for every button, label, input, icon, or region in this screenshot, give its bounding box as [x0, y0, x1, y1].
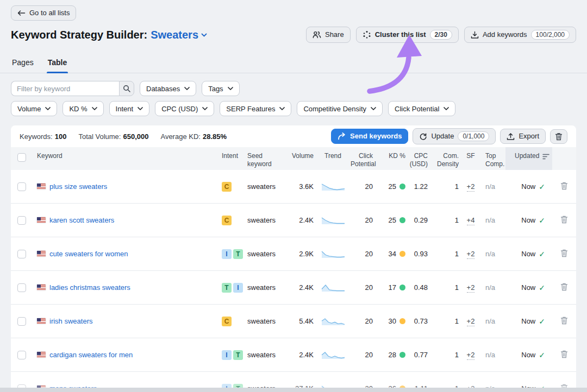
col-header-kd[interactable]: KD % — [380, 147, 408, 170]
bottom-edge-strip — [0, 388, 587, 392]
stat-keywords: Keywords:100 — [20, 132, 66, 141]
stat-average-kd: Average KD:28.85% — [160, 132, 227, 141]
serp-features-count[interactable]: +2 — [467, 250, 475, 259]
list-name-dropdown[interactable]: Sweaters — [151, 29, 207, 41]
serp-features-count[interactable]: +2 — [467, 182, 475, 192]
cpc-value: 0.93 — [408, 250, 430, 258]
send-keywords-button[interactable]: Send keywords — [331, 129, 408, 144]
intent-badge-I: I — [233, 283, 243, 293]
filter-dropdown-kd[interactable]: KD % — [63, 101, 103, 116]
row-checkbox[interactable] — [17, 216, 26, 225]
tab-pages[interactable]: Pages — [11, 55, 35, 73]
kd-value: 25 — [380, 216, 408, 224]
filter-dropdown-click-potential[interactable]: Click Potential — [388, 101, 455, 116]
delete-row-button[interactable] — [559, 248, 569, 260]
keyword-link[interactable]: karen scott sweaters — [49, 216, 114, 224]
search-button[interactable] — [119, 81, 134, 96]
trend-sparkline-chart — [321, 317, 345, 326]
export-button[interactable]: Export — [500, 129, 546, 144]
com-density-value: 1 — [430, 317, 461, 325]
trend-cell — [315, 283, 351, 292]
share-button[interactable]: Share — [306, 27, 351, 43]
delete-row-button[interactable] — [559, 349, 569, 361]
delete-row-button[interactable] — [559, 180, 569, 193]
col-header-top-comp[interactable]: Top Comp. — [480, 147, 505, 170]
col-header-com-density[interactable]: Com. Density — [430, 147, 461, 170]
row-checkbox[interactable] — [17, 250, 26, 258]
serp-features-count[interactable]: +2 — [467, 351, 475, 360]
add-keywords-button[interactable]: Add keywords 100/2,000 — [464, 27, 576, 43]
row-checkbox[interactable] — [17, 317, 26, 326]
seed-keyword-value: sweaters — [245, 216, 285, 224]
keyword-link[interactable]: ladies christmas sweaters — [49, 283, 130, 292]
chevron-down-icon — [371, 107, 376, 110]
select-all-checkbox[interactable] — [17, 153, 26, 162]
databases-dropdown[interactable]: Databases — [140, 81, 196, 96]
col-header-click-potential[interactable]: Click Potential — [351, 147, 380, 170]
col-header-cpc[interactable]: CPC (USD) — [408, 147, 430, 170]
cpc-value: 0.73 — [408, 317, 430, 325]
trash-icon — [560, 350, 568, 358]
refresh-icon — [419, 132, 427, 141]
filter-dropdown-intent[interactable]: Intent — [109, 101, 150, 116]
row-checkbox[interactable] — [17, 182, 26, 191]
keyword-link[interactable]: cardigan sweaters for men — [49, 351, 133, 359]
filter-dropdown-serp-features[interactable]: SERP Features — [220, 101, 291, 116]
filter-dropdown-competitive-density[interactable]: Competitive Density — [297, 101, 383, 116]
col-header-updated[interactable]: Updated — [505, 147, 552, 170]
download-tray-icon — [471, 31, 479, 39]
col-header-intent[interactable]: Intent — [217, 147, 245, 170]
go-to-all-lists-button[interactable]: Go to all lists — [11, 5, 76, 21]
volume-value: 2.4K — [285, 351, 315, 359]
col-header-updated-label: Updated — [515, 152, 539, 160]
kd-dot-green — [399, 352, 405, 358]
kd-dot-orange — [399, 318, 405, 324]
delete-list-button[interactable] — [550, 129, 567, 144]
chevron-down-icon — [444, 107, 449, 110]
filter-dropdown-volume[interactable]: Volume — [11, 101, 57, 116]
filter-dropdown-cpc-usd[interactable]: CPC (USD) — [155, 101, 214, 116]
list-stats: Keywords:100 Total Volume:650,000 Averag… — [20, 132, 227, 141]
kd-dot-green — [399, 217, 405, 223]
table-row: karen scott sweatersCsweaters2.4K20250.2… — [11, 204, 576, 237]
cluster-icon — [363, 30, 371, 39]
trend-sparkline-chart — [321, 182, 345, 191]
updated-check-icon: ✓ — [539, 283, 545, 292]
trash-icon — [560, 249, 568, 257]
row-checkbox[interactable] — [17, 283, 26, 292]
click-potential-value: 20 — [351, 216, 380, 224]
tags-dropdown[interactable]: Tags — [202, 81, 239, 96]
delete-row-button[interactable] — [559, 281, 569, 294]
us-flag-icon — [37, 318, 46, 324]
keyword-link[interactable]: cute sweaters for women — [49, 250, 128, 258]
keyword-link[interactable]: irish sweaters — [49, 317, 92, 325]
trend-cell — [315, 250, 351, 258]
cpc-value: 0.77 — [408, 351, 430, 359]
serp-features-count[interactable]: +4 — [467, 216, 475, 225]
trend-sparkline-chart — [321, 283, 345, 292]
tab-table[interactable]: Table — [47, 55, 68, 73]
kd-dot-green — [399, 284, 405, 290]
col-header-sf[interactable]: SF — [461, 147, 480, 170]
filter-keyword-input[interactable] — [11, 81, 119, 96]
back-arrow-icon — [17, 10, 26, 16]
chevron-down-icon — [279, 107, 285, 110]
kd-value: 17 — [380, 283, 408, 292]
search-icon — [123, 85, 130, 92]
col-header-trend[interactable]: Trend — [315, 147, 351, 170]
delete-row-button[interactable] — [559, 315, 569, 327]
click-potential-value: 20 — [351, 250, 380, 258]
col-header-seed-keyword[interactable]: Seed keyword — [245, 147, 285, 170]
serp-features-count[interactable]: +2 — [467, 283, 475, 293]
col-header-volume[interactable]: Volume — [285, 147, 315, 170]
update-button[interactable]: Update 0/1,000 — [413, 128, 496, 144]
keyword-link[interactable]: plus size sweaters — [49, 182, 107, 191]
intent-badge-C: C — [222, 216, 232, 225]
cluster-this-list-button[interactable]: Cluster this list 2/30 — [356, 27, 459, 43]
delete-row-button[interactable] — [559, 214, 569, 226]
update-button-label: Update — [431, 132, 454, 141]
row-checkbox[interactable] — [17, 351, 26, 359]
us-flag-icon — [37, 284, 46, 290]
serp-features-count[interactable]: +2 — [467, 317, 475, 326]
col-header-keyword[interactable]: Keyword — [33, 147, 217, 170]
